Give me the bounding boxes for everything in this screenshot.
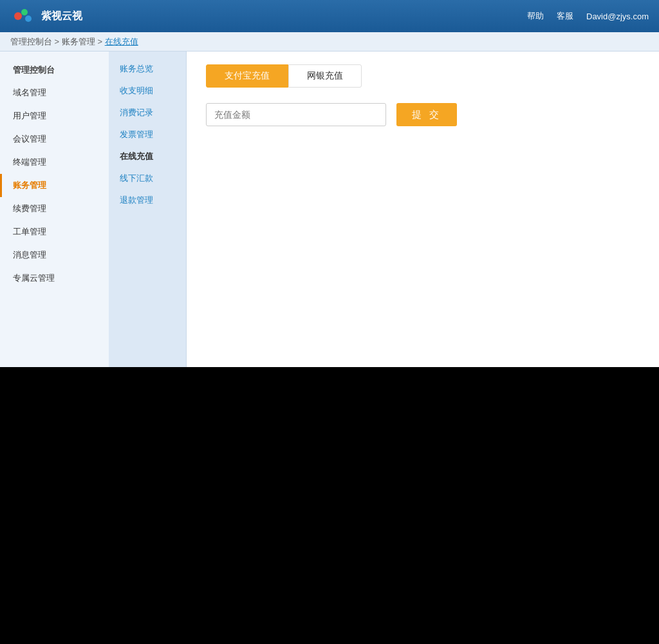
- svg-point-2: [25, 15, 32, 22]
- breadcrumb-separator-1: >: [52, 37, 62, 46]
- sidebar-item-cloud[interactable]: 专属云管理: [0, 267, 109, 290]
- main-layout: 管理控制台 域名管理 用户管理 会议管理 终端管理 账务管理 续费管理 工单管理…: [0, 52, 659, 367]
- bottom-black-area: [0, 367, 659, 644]
- sidebar-title: 管理控制台: [0, 58, 109, 81]
- sidebar-item-terminal[interactable]: 终端管理: [0, 151, 109, 174]
- sub-sidebar-item-invoice[interactable]: 发票管理: [109, 124, 186, 146]
- tab-netbank[interactable]: 网银充值: [288, 64, 362, 88]
- sidebar-item-workorder[interactable]: 工单管理: [0, 220, 109, 243]
- sub-sidebar-item-income[interactable]: 收支明细: [109, 80, 186, 102]
- sidebar-item-user[interactable]: 用户管理: [0, 104, 109, 128]
- header: 紫视云视 帮助 客服 David@zjys.com: [0, 0, 659, 32]
- logo-text: 紫视云视: [41, 10, 82, 23]
- sub-sidebar-item-offline-remittance[interactable]: 线下汇款: [109, 167, 186, 189]
- svg-point-1: [21, 9, 28, 15]
- user-email: David@zjys.com: [586, 12, 649, 21]
- tabs: 支付宝充值 网银充值: [206, 64, 640, 88]
- breadcrumb-separator-2: >: [95, 37, 105, 46]
- sidebar-item-message[interactable]: 消息管理: [0, 243, 109, 267]
- sub-sidebar-item-consumption[interactable]: 消费记录: [109, 102, 186, 124]
- content-area: 支付宝充值 网银充值 提 交: [187, 52, 659, 367]
- tab-alipay[interactable]: 支付宝充值: [206, 64, 288, 88]
- header-right: 帮助 客服 David@zjys.com: [527, 10, 649, 22]
- help-link[interactable]: 帮助: [527, 10, 544, 22]
- amount-input[interactable]: [206, 103, 386, 126]
- svg-point-0: [14, 12, 22, 20]
- breadcrumb: 管理控制台 > 账务管理 > 在线充值: [0, 32, 659, 52]
- sidebar-item-renewal[interactable]: 续费管理: [0, 197, 109, 220]
- sub-sidebar-item-online-recharge[interactable]: 在线充值: [109, 146, 186, 167]
- logo-icon: [10, 3, 36, 29]
- sidebar-item-billing[interactable]: 账务管理: [0, 174, 109, 197]
- sub-sidebar: 账务总览 收支明细 消费记录 发票管理 在线充值 线下汇款 退款管理: [109, 52, 187, 367]
- breadcrumb-item-1[interactable]: 管理控制台: [10, 36, 52, 48]
- sidebar: 管理控制台 域名管理 用户管理 会议管理 终端管理 账务管理 续费管理 工单管理…: [0, 52, 109, 367]
- breadcrumb-item-2[interactable]: 账务管理: [62, 36, 95, 48]
- logo-area: 紫视云视: [10, 3, 82, 29]
- customer-service-link[interactable]: 客服: [557, 10, 573, 22]
- sub-sidebar-item-overview[interactable]: 账务总览: [109, 58, 186, 80]
- breadcrumb-item-3: 在线充值: [105, 36, 138, 48]
- sidebar-item-domain[interactable]: 域名管理: [0, 81, 109, 104]
- sidebar-item-meeting[interactable]: 会议管理: [0, 128, 109, 151]
- submit-button[interactable]: 提 交: [396, 103, 457, 126]
- sub-sidebar-item-refund[interactable]: 退款管理: [109, 189, 186, 211]
- recharge-form: 提 交: [206, 103, 640, 126]
